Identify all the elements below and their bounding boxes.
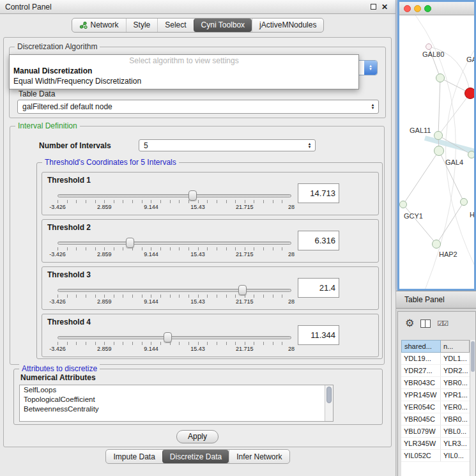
table-row[interactable]: YBR045CYBR0... [401, 413, 470, 426]
table-cell[interactable]: YBL079W [401, 426, 441, 437]
tab-select[interactable]: Select [157, 19, 193, 32]
table-cell[interactable]: YLR345W [401, 438, 441, 449]
attribute-item[interactable]: TopologicalCoefficient [20, 395, 333, 404]
scale-label: -3.426 [49, 251, 66, 257]
table-row[interactable]: YER054CYER0... [401, 401, 470, 413]
table-row[interactable]: YIL052CYIL0... [401, 450, 470, 462]
tab-jactivemnodules[interactable]: jActiveMNodules [252, 19, 323, 32]
close-traffic-light-icon[interactable] [404, 5, 411, 12]
zoom-traffic-light-icon[interactable] [424, 5, 431, 12]
threshold-4-slider[interactable]: -3.426 2.859 9.144 15.43 21.715 28 [58, 331, 291, 357]
tab-network[interactable]: Network [72, 19, 126, 32]
table-cell[interactable]: YBR0... [441, 413, 470, 425]
table-cell[interactable]: YPR145W [401, 389, 441, 401]
scale-label: 9.144 [144, 298, 158, 305]
combobox-arrows-icon[interactable]: ▲▼ [305, 142, 315, 149]
column-header-name[interactable]: n... [441, 340, 470, 353]
table-row[interactable]: YBL079WYBL0... [401, 426, 470, 438]
table-row[interactable]: YPR145WYPR1... [401, 389, 470, 401]
network-node[interactable] [432, 240, 441, 249]
table-cell[interactable]: YBR0... [441, 377, 470, 388]
network-node[interactable] [460, 198, 468, 206]
table-cell[interactable]: YER054C [401, 401, 441, 413]
node-table-body: YDL19...YDL1...YDR27...YDR2...YBR043CYBR… [401, 353, 470, 462]
network-node-label: GAL4 [445, 158, 463, 166]
dropdown-option-manual-discretization[interactable]: Manual Discretization [10, 66, 358, 76]
table-cell[interactable]: YBR045C [401, 413, 441, 425]
scrollbar-thumb[interactable] [471, 341, 475, 372]
float-window-button[interactable] [367, 3, 379, 12]
attribute-item[interactable]: BetweennessCentrality [20, 404, 333, 414]
tab-infer-network[interactable]: Infer Network [229, 450, 289, 463]
network-node[interactable] [399, 201, 407, 208]
cyni-toolbox-panel: Discretization Algorithm ▲▼ Table Data g… [3, 37, 392, 447]
threshold-3-value-box[interactable]: 21.4 [298, 278, 339, 298]
table-cell[interactable]: YLR3... [441, 438, 470, 449]
tab-discretize-data[interactable]: Discretize Data [162, 450, 229, 463]
threshold-2-value-box[interactable]: 6.316 [298, 231, 339, 250]
dropdown-option-equal-width-frequency[interactable]: Equal Width/Frequency Discretization [10, 76, 358, 86]
attributes-list-scrollbar[interactable] [325, 385, 333, 421]
table-cell[interactable]: YER0... [441, 401, 470, 413]
scale-label: 28 [288, 298, 295, 305]
close-panel-button[interactable]: ✕ [379, 3, 390, 12]
interval-definition-title: Interval Definition [15, 121, 80, 130]
slider-thumb[interactable] [164, 332, 172, 342]
table-cell[interactable]: YDR2... [441, 365, 470, 376]
table-cell[interactable]: YIL0... [441, 450, 470, 461]
combobox-arrows-icon[interactable]: ▲▼ [369, 104, 378, 110]
network-node[interactable] [436, 73, 445, 82]
table-row[interactable]: YBR043CYBR0... [401, 377, 470, 389]
network-node[interactable] [434, 131, 443, 140]
slider-track[interactable] [58, 289, 291, 292]
slider-track[interactable] [58, 336, 291, 339]
gear-icon[interactable]: ⚙ [405, 318, 414, 328]
table-cell[interactable]: YBL0... [441, 426, 470, 437]
tab-cyni-toolbox[interactable]: Cyni Toolbox [194, 19, 252, 32]
table-row[interactable]: YDL19...YDL1... [401, 353, 470, 365]
network-node[interactable] [426, 43, 432, 50]
network-node[interactable] [434, 146, 444, 156]
table-cell[interactable]: YDL1... [441, 353, 470, 364]
select-columns-icon[interactable]: ☑☑ [437, 320, 447, 327]
slider-thumb[interactable] [126, 238, 134, 248]
threshold-1-slider[interactable]: -3.426 2.859 9.144 15.43 21.715 28 [58, 189, 291, 215]
tab-style[interactable]: Style [126, 19, 158, 32]
algorithm-dropdown-list: Select algorithm to view settings Manual… [9, 54, 359, 89]
threshold-2-slider[interactable]: -3.426 2.859 9.144 15.43 21.715 28 [58, 236, 291, 262]
column-header-shared[interactable]: shared... [401, 340, 441, 353]
scale-label: 2.859 [97, 204, 112, 210]
threshold-3-slider[interactable]: -3.426 2.859 9.144 15.43 21.715 28 [58, 284, 291, 309]
table-cell[interactable]: YIL052C [401, 450, 441, 461]
table-data-combobox[interactable]: galFiltered.sif default node ▲▼ [17, 100, 379, 114]
threshold-4-value-box[interactable]: 11.344 [298, 325, 339, 345]
scale-label: 28 [288, 346, 295, 352]
table-cell[interactable]: YBR043C [401, 377, 441, 388]
combobox-stepper-icon[interactable]: ▲▼ [364, 61, 377, 75]
tab-network-label: Network [91, 20, 119, 29]
columns-icon[interactable] [420, 319, 431, 328]
attribute-item[interactable]: SelfLoops [20, 385, 333, 395]
slider-thumb[interactable] [238, 285, 247, 295]
minimize-traffic-light-icon[interactable] [414, 5, 421, 12]
network-canvas[interactable]: GAL80GAGAL11GAL4GCY1HHAP2 [399, 15, 474, 289]
tab-impute-data[interactable]: Impute Data [106, 450, 162, 463]
apply-button[interactable]: Apply [176, 430, 219, 443]
threshold-1-value-box[interactable]: 14.713 [298, 183, 339, 203]
network-node[interactable] [468, 151, 474, 158]
table-cell[interactable]: YPR1... [441, 389, 470, 401]
slider-track[interactable] [58, 242, 291, 245]
slider-thumb[interactable] [188, 190, 197, 201]
table-row[interactable]: YDR27...YDR2... [401, 365, 470, 377]
table-scrollbar[interactable] [470, 340, 475, 476]
threshold-2-label: Threshold 2 [47, 223, 91, 232]
table-cell[interactable]: YDL19... [401, 353, 441, 364]
table-row[interactable]: YLR345WYLR3... [401, 438, 470, 450]
scale-label: 15.43 [190, 251, 205, 257]
numerical-attributes-list[interactable]: SelfLoopsTopologicalCoefficientBetweenne… [19, 385, 334, 422]
table-cell[interactable]: YDR27... [401, 365, 441, 376]
number-of-intervals-combobox[interactable]: 5 ▲▼ [139, 139, 316, 151]
network-node[interactable] [464, 88, 474, 99]
scrollbar-thumb[interactable] [326, 387, 332, 403]
slider-track[interactable] [58, 194, 291, 197]
